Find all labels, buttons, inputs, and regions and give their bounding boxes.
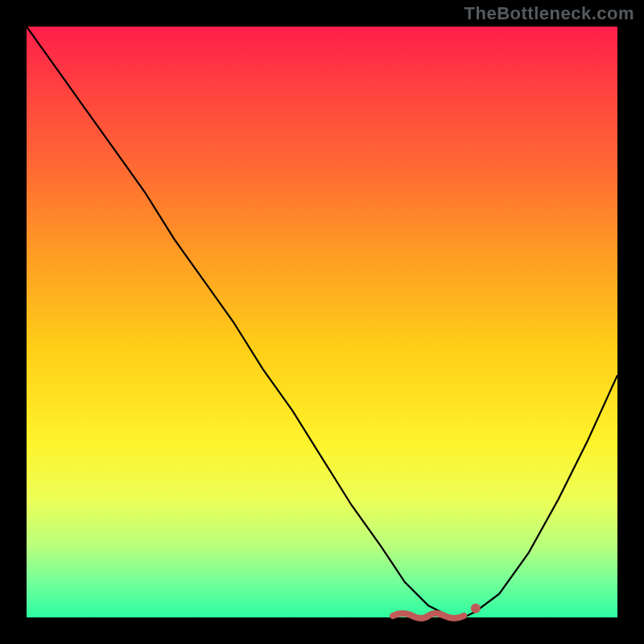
- bottleneck-curve-svg: [27, 27, 617, 617]
- optimal-region-marker: [393, 613, 464, 618]
- optimal-point-dot: [471, 604, 481, 613]
- chart-frame: TheBottleneck.com: [0, 0, 644, 644]
- bottleneck-curve: [27, 27, 617, 617]
- watermark-text: TheBottleneck.com: [464, 3, 634, 24]
- plot-area: [27, 27, 617, 617]
